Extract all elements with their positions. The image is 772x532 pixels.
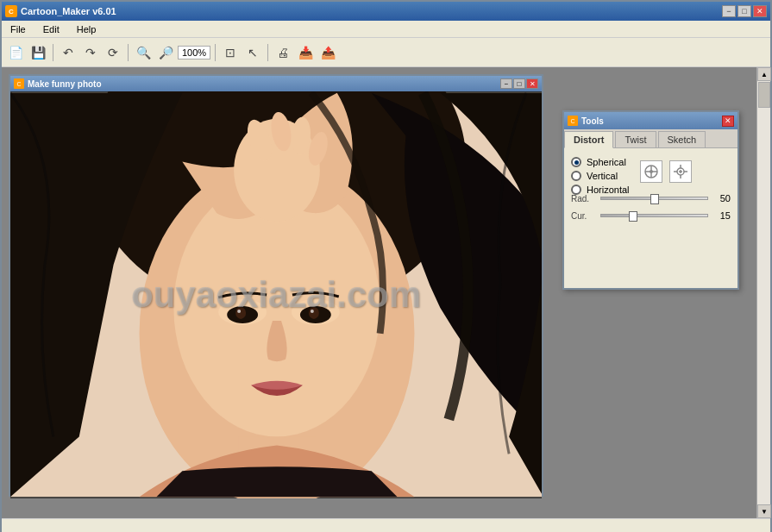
menu-edit[interactable]: Edit (38, 22, 65, 36)
slider-cur-value: 15 (712, 210, 731, 221)
app-icon: C (5, 5, 17, 17)
menu-bar: File Edit Help (2, 21, 770, 38)
slider-cur-label: Cur. (571, 211, 597, 221)
svg-point-9 (235, 307, 246, 319)
tools-spacer (571, 228, 731, 279)
sep3 (215, 44, 216, 61)
slider-cur-row: Cur. 15 (571, 210, 731, 221)
svg-point-10 (309, 307, 319, 319)
export-button[interactable]: 📤 (317, 42, 338, 63)
title-buttons: − □ ✕ (722, 5, 767, 17)
radio-spherical-input[interactable] (571, 157, 581, 167)
canvas-area: C Make funny photo − □ ✕ (2, 67, 756, 518)
doc-title-buttons: − □ ✕ (500, 78, 538, 89)
new-button[interactable]: 📄 (5, 42, 26, 63)
crosshair-icon (673, 164, 688, 179)
sep4 (267, 44, 268, 61)
tabs-bar: Distort Twist Sketch (564, 129, 737, 148)
undo-button[interactable]: ↶ (58, 42, 78, 63)
doc-minimize-button[interactable]: − (500, 78, 512, 89)
tools-panel: C Tools ✕ Distort Twist Sketch (562, 110, 739, 290)
doc-window: C Make funny photo − □ ✕ (9, 74, 543, 497)
zoom-out-button[interactable]: 🔍 (133, 42, 154, 63)
tools-close-button[interactable]: ✕ (722, 116, 734, 127)
tab-distort[interactable]: Distort (564, 131, 613, 148)
status-bar (2, 518, 770, 532)
move-icon (643, 164, 659, 179)
fit-button[interactable]: ⊡ (220, 42, 241, 63)
tools-title-left: C Tools (568, 116, 604, 126)
scroll-down-button[interactable]: ▼ (757, 504, 771, 518)
doc-icon: C (14, 78, 24, 89)
scroll-up-button[interactable]: ▲ (757, 67, 771, 81)
photo-container: ouyaoxiazai.com (10, 91, 542, 498)
menu-help[interactable]: Help (72, 22, 102, 36)
title-bar: C Cartoon_Maker v6.01 − □ ✕ (2, 2, 770, 21)
tools-icon: C (568, 116, 578, 126)
sep2 (128, 44, 129, 61)
slider-rad-label: Rad. (571, 194, 597, 203)
doc-close-button[interactable]: ✕ (526, 78, 538, 89)
svg-point-21 (650, 170, 653, 173)
redo-button[interactable]: ↷ (80, 42, 101, 63)
scroll-thumb[interactable] (758, 82, 770, 108)
radio-vertical-input[interactable] (571, 171, 581, 181)
doc-maximize-button[interactable]: □ (513, 78, 525, 89)
refresh-button[interactable]: ⟳ (103, 42, 123, 63)
tools-title-bar: C Tools ✕ (564, 112, 737, 129)
svg-point-12 (311, 310, 314, 313)
save-button[interactable]: 💾 (28, 42, 48, 63)
slider-rad-track[interactable] (600, 197, 708, 200)
zoom-in-button[interactable]: 🔎 (155, 42, 176, 63)
import-button[interactable]: 📥 (295, 42, 316, 63)
crosshair-icon-button[interactable] (669, 160, 692, 183)
doc-title-bar: C Make funny photo − □ ✕ (10, 76, 542, 91)
print-button[interactable]: 🖨 (273, 42, 293, 63)
photo-svg (10, 91, 542, 498)
slider-rad-thumb[interactable] (650, 194, 659, 204)
minimize-button[interactable]: − (722, 5, 736, 17)
maximize-button[interactable]: □ (737, 5, 751, 17)
move-icon-button[interactable] (640, 160, 662, 183)
slider-cur-thumb[interactable] (629, 211, 637, 222)
right-scrollbar[interactable]: ▲ ▼ (756, 67, 770, 518)
tab-twist[interactable]: Twist (615, 131, 656, 147)
scroll-track[interactable] (757, 81, 770, 504)
tab-sketch[interactable]: Sketch (658, 131, 706, 147)
toolbar: 📄 💾 ↶ ↷ ⟳ 🔍 🔎 100% ⊡ ↖ 🖨 📥 📤 (2, 38, 770, 67)
select-button[interactable]: ↖ (242, 42, 263, 63)
sep1 (53, 44, 53, 61)
title-bar-left: C Cartoon_Maker v6.01 (5, 5, 116, 17)
radio-spherical-label: Spherical (587, 157, 626, 167)
doc-title: Make funny photo (28, 79, 102, 89)
slider-rad-value: 50 (712, 193, 731, 203)
photo-placeholder: ouyaoxiazai.com (10, 91, 542, 498)
content-area: C Make funny photo − □ ✕ (2, 67, 770, 518)
slider-cur-track[interactable] (600, 214, 708, 217)
slider-rad-row: Rad. 50 (571, 193, 731, 203)
icon-buttons-row (640, 160, 731, 183)
tools-title: Tools (581, 116, 604, 126)
svg-point-11 (237, 310, 241, 313)
app-title: Cartoon_Maker v6.01 (21, 6, 116, 16)
menu-file[interactable]: File (5, 22, 31, 36)
radio-vertical-label: Vertical (587, 171, 618, 181)
app-window: C Cartoon_Maker v6.01 − □ ✕ File Edit He… (0, 0, 772, 532)
zoom-display: 100% (178, 46, 210, 59)
close-button[interactable]: ✕ (753, 5, 767, 17)
tools-content: Spherical Vertical Horizontal (564, 148, 737, 288)
